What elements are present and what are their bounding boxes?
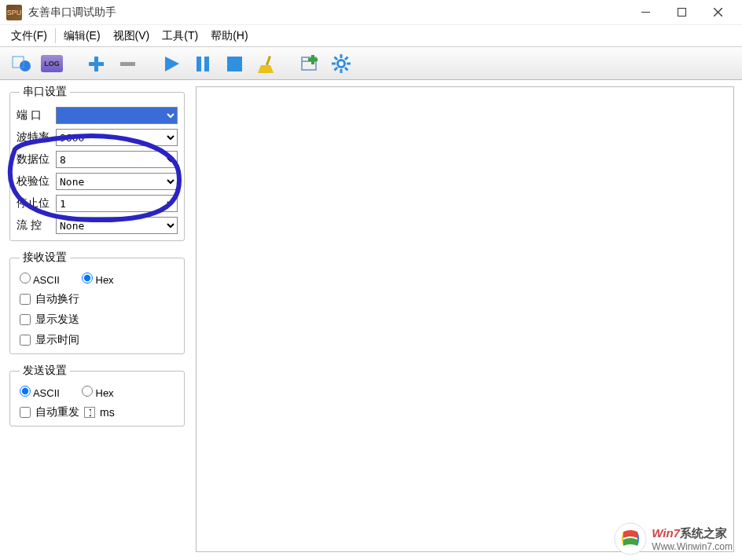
send-hex-option[interactable]: Hex: [82, 386, 114, 399]
main-area: 串口设置 端 口 波特率 9600 数据位 8 校验位 None 停止位 1: [0, 80, 742, 560]
toolbar: LOG: [0, 47, 742, 80]
recv-settings-legend: 接收设置: [20, 251, 70, 265]
svg-rect-8: [120, 62, 135, 66]
stop-button[interactable]: [222, 51, 247, 76]
recv-settings-group: 接收设置 ASCII Hex 自动换行 显示发送 显示时间: [9, 251, 185, 354]
send-settings-group: 发送设置 ASCII Hex 自动重发 ms: [9, 364, 185, 426]
auto-repeat-checkbox[interactable]: [20, 407, 31, 418]
svg-rect-21: [340, 69, 343, 73]
minus-icon: [118, 54, 137, 73]
stopbits-select[interactable]: 1: [56, 195, 178, 212]
play-button[interactable]: [159, 51, 184, 76]
menu-bar: 文件(F) 编辑(E) 视图(V) 工具(T) 帮助(H): [0, 25, 742, 47]
databits-select[interactable]: 8: [56, 151, 178, 168]
plus-icon: [86, 54, 105, 73]
repeat-unit-label: ms: [100, 406, 115, 419]
watermark-text: Win7系统之家 Www.Winwin7.com: [652, 526, 733, 552]
menu-edit[interactable]: 编辑(E): [57, 25, 107, 46]
svg-rect-24: [344, 56, 349, 60]
remove-button[interactable]: [115, 51, 140, 76]
menu-separator: [55, 28, 56, 43]
gear-icon: [331, 53, 351, 74]
show-time-checkbox[interactable]: 显示时间: [17, 333, 178, 347]
recv-ascii-option[interactable]: ASCII: [20, 273, 60, 286]
svg-marker-14: [258, 65, 274, 73]
minimize-button[interactable]: [627, 2, 663, 24]
connect-button[interactable]: [8, 51, 33, 76]
svg-point-28: [339, 61, 343, 66]
close-button[interactable]: [700, 2, 736, 24]
svg-rect-26: [333, 56, 338, 60]
menu-view[interactable]: 视图(V): [107, 25, 156, 46]
settings-button[interactable]: [329, 51, 354, 76]
clear-button[interactable]: [253, 51, 278, 76]
broom-icon: [256, 54, 275, 73]
play-icon: [162, 54, 181, 73]
log-icon: LOG: [41, 55, 63, 72]
parity-select[interactable]: None: [56, 173, 178, 190]
sidebar: 串口设置 端 口 波特率 9600 数据位 8 校验位 None 停止位 1: [0, 80, 193, 560]
port-select[interactable]: [56, 107, 178, 124]
flow-select[interactable]: None: [56, 217, 178, 234]
new-window-icon: [300, 54, 319, 73]
svg-rect-22: [332, 62, 336, 64]
send-hex-label: Hex: [96, 387, 114, 399]
log-button[interactable]: LOG: [39, 51, 64, 76]
send-ascii-label: ASCII: [33, 387, 60, 399]
baud-label: 波特率: [17, 130, 51, 145]
serial-settings-legend: 串口设置: [20, 85, 70, 99]
window-title: 友善串口调试助手: [28, 5, 627, 20]
recv-hex-label: Hex: [96, 274, 114, 286]
maximize-button[interactable]: [663, 2, 700, 24]
svg-rect-25: [333, 66, 338, 71]
watermark-brand-prefix: Win7: [652, 526, 680, 540]
send-settings-legend: 发送设置: [20, 364, 70, 378]
add-button[interactable]: [83, 51, 108, 76]
port-label: 端 口: [17, 108, 51, 123]
watermark: Win7系统之家 Www.Winwin7.com: [614, 522, 733, 555]
baud-select[interactable]: 9600: [56, 129, 178, 146]
menu-help[interactable]: 帮助(H): [204, 25, 254, 46]
repeat-interval-input[interactable]: [84, 407, 95, 418]
svg-rect-18: [308, 58, 318, 61]
databits-label: 数据位: [17, 152, 51, 167]
menu-tools[interactable]: 工具(T): [156, 25, 204, 46]
pause-button[interactable]: [190, 51, 215, 76]
auto-repeat-label: 自动重发: [35, 405, 79, 419]
parity-label: 校验位: [17, 174, 51, 188]
show-send-label: 显示发送: [35, 313, 79, 327]
show-send-checkbox[interactable]: 显示发送: [17, 313, 178, 327]
svg-rect-12: [227, 57, 242, 71]
svg-rect-11: [204, 57, 209, 71]
stopbits-label: 停止位: [17, 196, 51, 210]
flow-label: 流 控: [17, 218, 51, 232]
svg-point-4: [20, 60, 31, 71]
output-area[interactable]: [196, 86, 734, 552]
menu-file[interactable]: 文件(F): [5, 25, 53, 46]
svg-rect-10: [197, 57, 201, 71]
svg-rect-13: [266, 56, 271, 65]
send-ascii-option[interactable]: ASCII: [20, 386, 60, 399]
svg-rect-23: [347, 62, 351, 64]
auto-wrap-checkbox[interactable]: 自动换行: [17, 292, 178, 306]
watermark-url: Www.Winwin7.com: [652, 541, 733, 552]
watermark-logo-icon: [614, 522, 647, 555]
show-time-label: 显示时间: [35, 333, 79, 347]
watermark-brand-suffix: 系统之家: [680, 526, 727, 540]
recv-hex-option[interactable]: Hex: [82, 273, 114, 286]
svg-rect-1: [678, 9, 685, 16]
svg-rect-20: [340, 54, 343, 58]
title-bar: SPU 友善串口调试助手: [0, 0, 742, 25]
svg-rect-7: [89, 62, 104, 66]
serial-settings-group: 串口设置 端 口 波特率 9600 数据位 8 校验位 None 停止位 1: [9, 85, 185, 241]
recv-ascii-label: ASCII: [33, 274, 60, 286]
auto-wrap-label: 自动换行: [35, 292, 79, 306]
app-icon: SPU: [6, 5, 22, 20]
stop-icon: [225, 54, 244, 73]
new-window-button[interactable]: [297, 51, 322, 76]
svg-marker-9: [165, 57, 179, 71]
pause-icon: [193, 54, 212, 73]
svg-rect-27: [344, 66, 349, 71]
